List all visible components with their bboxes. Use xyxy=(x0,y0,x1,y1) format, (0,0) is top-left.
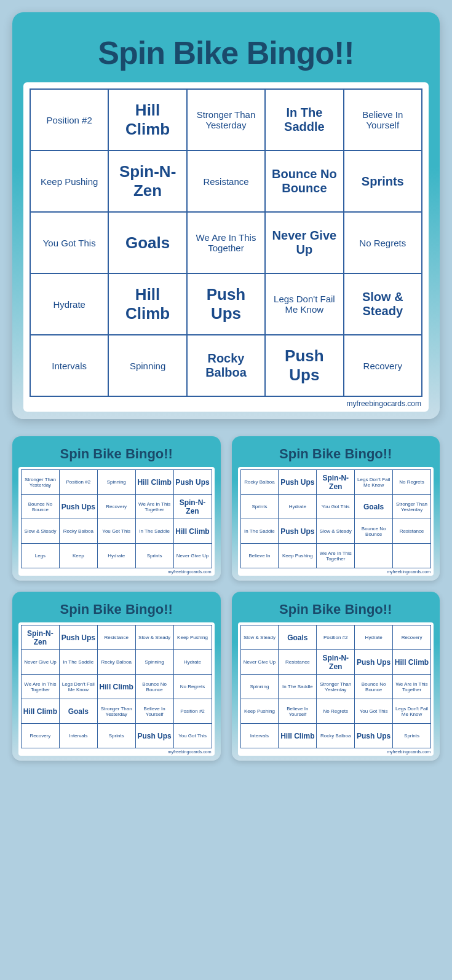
small-card-0-cell-3-2: Hydrate xyxy=(97,544,135,568)
small-card-0-cell-0-2: Spinning xyxy=(97,470,135,495)
small-card-4: Spin Bike Bingo!! Slow & SteadyGoalsPosi… xyxy=(232,592,440,761)
small-card-3-cell-1-4: Hill Climb xyxy=(393,650,431,675)
small-card-1: Spin Bike Bingo!! Stronger Than Yesterda… xyxy=(12,436,221,581)
small-card-3-cell-0-0: Slow & Steady xyxy=(240,625,279,650)
small-card-1-cell-1-2: You Got This xyxy=(317,495,355,519)
small-card-2-cell-3-3: Believe In Yourself xyxy=(135,699,173,724)
small-card-1-cell-1-1: Hydrate xyxy=(279,495,317,519)
small-card-0-cell-3-0: Legs xyxy=(22,544,60,568)
main-cell-1-3: Bounce No Bounce xyxy=(265,151,343,212)
small-card-0-cell-1-3: We Are In This Together xyxy=(135,495,173,519)
main-cell-4-4: Recovery xyxy=(344,335,422,396)
main-attribution: myfreebingocards.com xyxy=(30,397,422,408)
small-card-3-cell-0-4: Recovery xyxy=(393,625,431,650)
small-card-3-cell-0-2: Position #2 xyxy=(317,625,355,650)
small-card-2-cell-2-2: Hill Climb xyxy=(97,675,135,699)
main-cell-1-2: Resistance xyxy=(187,151,265,212)
small-card-0-cell-0-0: Stronger Than Yesterday xyxy=(22,470,60,495)
small-card-3-cell-3-4: Legs Don't Fail Me Know xyxy=(393,699,431,724)
small-card-3-cell-2-2: Stronger Than Yesterday xyxy=(317,675,355,699)
small-card-0-cell-2-0: Slow & Steady xyxy=(22,519,60,544)
small-card-0-cell-2-2: You Got This xyxy=(97,519,135,544)
small-card-3-cell-0-3: Hydrate xyxy=(355,625,393,650)
main-cell-2-2: We Are In This Together xyxy=(187,212,265,273)
small-card-1-cell-0-0: Rocky Balboa xyxy=(240,470,279,495)
small-card-3: Spin Bike Bingo!! Spin-N-ZenPush UpsResi… xyxy=(12,592,221,761)
small-attribution-2: myfreebingocards.com xyxy=(240,568,432,574)
small-title-1: Spin Bike Bingo!! xyxy=(18,442,215,467)
small-card-2-cell-1-1: In The Saddle xyxy=(59,650,97,675)
small-card-3-cell-2-4: We Are In This Together xyxy=(393,675,431,699)
small-card-0-cell-1-0: Bounce No Bounce xyxy=(22,495,60,519)
small-card-1-cell-2-4: Resistance xyxy=(393,519,431,544)
small-title-2: Spin Bike Bingo!! xyxy=(238,442,434,467)
small-card-0-cell-3-1: Keep xyxy=(59,544,97,568)
small-attribution-1: myfreebingocards.com xyxy=(21,568,212,574)
small-card-1-cell-1-4: Stronger Than Yesterday xyxy=(393,495,431,519)
main-cell-3-1: Hill Climb xyxy=(108,273,186,335)
small-card-3-cell-2-0: Spinning xyxy=(240,675,279,699)
small-card-2-cell-1-3: Spinning xyxy=(135,650,173,675)
main-cell-0-4: Believe In Yourself xyxy=(344,89,422,151)
small-card-3-cell-3-3: You Got This xyxy=(355,699,393,724)
small-card-0-cell-0-1: Position #2 xyxy=(59,470,97,495)
bingo-table-wrapper: Position #2Hill ClimbStronger Than Yeste… xyxy=(23,82,429,412)
main-cell-0-2: Stronger Than Yesterday xyxy=(187,89,265,151)
small-card-1-cell-0-1: Push Ups xyxy=(279,470,317,495)
small-bingo-table-1: Stronger Than YesterdayPosition #2Spinni… xyxy=(21,469,212,568)
small-card-3-cell-1-1: Resistance xyxy=(279,650,317,675)
small-cards-grid: Spin Bike Bingo!! Stronger Than Yesterda… xyxy=(12,436,440,761)
small-card-1-cell-3-0: Believe In xyxy=(240,544,279,568)
small-bingo-wrapper-4: Slow & SteadyGoalsPosition #2HydrateReco… xyxy=(238,622,434,756)
small-card-3-cell-2-3: Bounce No Bounce xyxy=(355,675,393,699)
main-cell-4-2: Rocky Balboa xyxy=(187,335,265,396)
small-attribution-4: myfreebingocards.com xyxy=(240,748,432,754)
main-bingo-table: Position #2Hill ClimbStronger Than Yeste… xyxy=(30,88,422,397)
small-card-1-cell-0-4: No Regrets xyxy=(393,470,431,495)
small-card-1-cell-1-0: Sprints xyxy=(240,495,279,519)
small-card-1-cell-1-3: Goals xyxy=(355,495,393,519)
main-cell-1-4: Sprints xyxy=(344,151,422,212)
small-card-2-cell-3-1: Goals xyxy=(59,699,97,724)
main-cell-4-3: Push Ups xyxy=(265,335,343,396)
small-card-0-cell-2-3: In The Saddle xyxy=(135,519,173,544)
small-card-2: Spin Bike Bingo!! Rocky BalboaPush UpsSp… xyxy=(232,436,440,581)
small-card-3-cell-1-3: Push Ups xyxy=(355,650,393,675)
main-cell-2-4: No Regrets xyxy=(344,212,422,273)
small-card-1-cell-3-1: Keep Pushing xyxy=(279,544,317,568)
small-card-2-cell-2-4: No Regrets xyxy=(173,675,212,699)
small-card-2-cell-3-4: Position #2 xyxy=(173,699,212,724)
small-card-2-cell-3-0: Hill Climb xyxy=(22,699,60,724)
small-card-2-cell-4-1: Intervals xyxy=(59,724,97,748)
small-card-2-cell-1-2: Rocky Balboa xyxy=(97,650,135,675)
small-card-0-cell-1-4: Spin-N-Zen xyxy=(173,495,212,519)
small-card-0-cell-0-4: Push Ups xyxy=(173,470,212,495)
small-card-3-cell-0-1: Goals xyxy=(279,625,317,650)
small-card-3-cell-3-1: Believe In Yourself xyxy=(279,699,317,724)
small-card-2-cell-0-3: Slow & Steady xyxy=(135,625,173,650)
small-card-3-cell-4-3: Push Ups xyxy=(355,724,393,748)
main-cell-4-0: Intervals xyxy=(30,335,108,396)
small-bingo-wrapper-3: Spin-N-ZenPush UpsResistanceSlow & Stead… xyxy=(18,622,215,756)
small-card-2-cell-4-0: Recovery xyxy=(22,724,60,748)
small-card-2-cell-3-2: Stronger Than Yesterday xyxy=(97,699,135,724)
small-card-2-cell-0-4: Keep Pushing xyxy=(173,625,212,650)
small-card-3-cell-2-1: In The Saddle xyxy=(279,675,317,699)
main-cell-3-3: Legs Don't Fail Me Know xyxy=(265,273,343,335)
small-title-3: Spin Bike Bingo!! xyxy=(18,598,215,622)
small-card-3-cell-4-0: Intervals xyxy=(240,724,279,748)
small-card-1-cell-3-4 xyxy=(393,544,431,568)
small-card-2-cell-1-0: Never Give Up xyxy=(22,650,60,675)
main-card: Spin Bike Bingo!! Position #2Hill ClimbS… xyxy=(12,12,440,419)
small-card-2-cell-2-3: Bounce No Bounce xyxy=(135,675,173,699)
small-card-0-cell-1-2: Recovery xyxy=(97,495,135,519)
small-card-2-cell-1-4: Hydrate xyxy=(173,650,212,675)
small-card-3-cell-1-0: Never Give Up xyxy=(240,650,279,675)
small-bingo-table-2: Rocky BalboaPush UpsSpin-N-ZenLegs Don't… xyxy=(240,469,432,568)
main-cell-3-4: Slow & Steady xyxy=(344,273,422,335)
small-card-3-cell-4-1: Hill Climb xyxy=(279,724,317,748)
small-card-1-cell-3-3 xyxy=(355,544,393,568)
small-card-0-cell-3-4: Never Give Up xyxy=(173,544,212,568)
small-card-3-cell-4-4: Sprints xyxy=(393,724,431,748)
small-card-1-cell-3-2: We Are In This Together xyxy=(317,544,355,568)
